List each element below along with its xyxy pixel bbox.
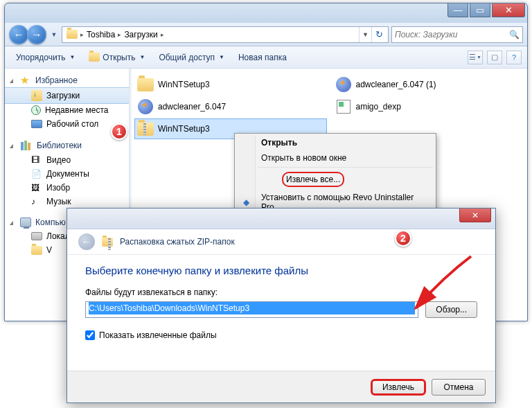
- nav-history-dropdown[interactable]: ▼: [49, 27, 59, 42]
- file-name: amigo_dexp: [356, 102, 401, 112]
- share-button[interactable]: Общий доступ▼: [153, 51, 230, 64]
- app-icon: [336, 77, 351, 92]
- dialog-path-label: Файлы будут извлекаться в папку:: [85, 287, 477, 297]
- desktop-icon: [31, 120, 42, 128]
- file-name: WinNTSetup3: [158, 124, 210, 134]
- app-icon: [138, 99, 153, 114]
- sidebar-libraries[interactable]: Библиотеки: [5, 138, 129, 153]
- callout-badge-2: 2: [395, 230, 411, 247]
- sidebar-item-documents[interactable]: 📄Документы: [5, 167, 129, 181]
- address-dropdown[interactable]: ▼: [359, 27, 371, 42]
- ctx-open-new-window[interactable]: Открыть в новом окне: [236, 150, 434, 166]
- libraries-icon: [20, 140, 33, 151]
- file-item[interactable]: adwcleaner_6.047 (1): [332, 74, 525, 95]
- file-item[interactable]: adwcleaner_6.047: [134, 96, 327, 117]
- computer-icon: [20, 218, 31, 227]
- nav-buttons: ← →: [9, 25, 46, 44]
- app-icon: [337, 100, 351, 114]
- dialog-footer: Извлечь Отмена: [67, 371, 495, 402]
- search-box[interactable]: 🔍: [391, 26, 523, 43]
- callout-badge-1: 1: [111, 123, 127, 140]
- search-icon: 🔍: [509, 30, 520, 39]
- dialog-heading: Выберите конечную папку и извлеките файл…: [85, 265, 477, 276]
- view-options-button[interactable]: ☰▼: [468, 51, 483, 64]
- video-icon: 🎞: [31, 155, 42, 165]
- file-name: WinNTSetup3: [158, 80, 210, 89]
- checkbox-input[interactable]: [85, 330, 95, 340]
- dialog-close-button[interactable]: ✕: [459, 209, 491, 222]
- sidebar-item-downloads[interactable]: Загрузки: [5, 87, 129, 104]
- cancel-button[interactable]: Отмена: [432, 379, 486, 396]
- folder-icon: [89, 53, 100, 62]
- refresh-button[interactable]: ↻: [371, 27, 387, 42]
- sidebar-item-desktop[interactable]: Рабочий стол: [5, 117, 129, 131]
- dialog-titlebar: ✕: [67, 209, 495, 229]
- address-bar[interactable]: ▸ Toshiba ▸ Загрузки ▸ ▼ ↻: [62, 26, 389, 43]
- svg-rect-1: [24, 141, 27, 150]
- picture-icon: 🖼: [31, 183, 42, 193]
- context-menu: Открыть Открыть в новом окне Извлечь все…: [234, 133, 436, 217]
- folder-icon: [137, 78, 154, 91]
- file-item[interactable]: amigo_dexp: [332, 96, 525, 117]
- file-name: adwcleaner_6.047 (1): [356, 80, 436, 89]
- minimize-button[interactable]: ―: [447, 3, 468, 17]
- breadcrumb-seg[interactable]: Загрузки: [121, 30, 160, 39]
- help-button[interactable]: ?: [506, 51, 522, 64]
- dialog-title: Распаковка сжатых ZIP-папок: [120, 237, 235, 247]
- svg-rect-2: [28, 143, 30, 150]
- maximize-button[interactable]: ▭: [470, 3, 490, 17]
- new-folder-button[interactable]: Новая папка: [233, 51, 292, 64]
- extract-path-input[interactable]: C:\Users\Toshiba\Downloads\WinNTSetup3: [85, 301, 418, 318]
- browse-button[interactable]: Обзор...: [425, 301, 477, 318]
- back-button[interactable]: ←: [9, 25, 28, 44]
- organize-button[interactable]: Упорядочить▼: [10, 51, 80, 64]
- breadcrumb-separator-icon: ▸: [161, 31, 164, 38]
- search-input[interactable]: [395, 30, 506, 39]
- star-icon: ★: [20, 75, 31, 86]
- folder-icon: [66, 30, 78, 39]
- titlebar: ― ▭ ✕: [5, 3, 527, 23]
- toolbar: Упорядочить▼ Открыть▼ Общий доступ▼ Нова…: [5, 46, 527, 69]
- forward-button[interactable]: →: [27, 25, 46, 44]
- checkbox-label: Показать извлеченные файлы: [99, 330, 217, 340]
- clock-icon: [31, 105, 41, 115]
- file-name: adwcleaner_6.047: [158, 102, 226, 112]
- ctx-extract-all[interactable]: Извлечь все...: [236, 169, 434, 190]
- breadcrumb-seg[interactable]: Toshiba: [84, 30, 118, 39]
- drive-icon: [31, 232, 42, 240]
- zip-folder-icon: [102, 238, 113, 247]
- zip-folder-icon: [137, 123, 154, 136]
- extract-dialog: ✕ ← Распаковка сжатых ZIP-папок Выберите…: [66, 208, 496, 403]
- sidebar-item-pictures[interactable]: 🖼Изобр: [5, 181, 129, 195]
- dialog-back-button[interactable]: ←: [78, 233, 95, 250]
- music-icon: ♪: [31, 197, 42, 206]
- dialog-header: ← Распаковка сжатых ZIP-папок: [67, 229, 495, 255]
- sidebar-item-music[interactable]: ♪Музык: [5, 195, 129, 209]
- open-button[interactable]: Открыть▼: [83, 51, 150, 64]
- revo-icon: ◆: [240, 197, 251, 208]
- svg-rect-0: [21, 142, 24, 150]
- ctx-separator: [258, 167, 433, 168]
- document-icon: 📄: [31, 169, 42, 179]
- navbar: ← → ▼ ▸ Toshiba ▸ Загрузки ▸ ▼ ↻ 🔍: [5, 23, 527, 46]
- ctx-open[interactable]: Открыть: [236, 135, 434, 150]
- folder-icon: [31, 246, 42, 255]
- sidebar-item-video[interactable]: 🎞Видео: [5, 153, 129, 167]
- extract-button[interactable]: Извлечь: [371, 379, 426, 396]
- close-button[interactable]: ✕: [492, 3, 525, 17]
- download-icon: [31, 90, 42, 101]
- sidebar-item-recent[interactable]: Недавние места: [5, 103, 129, 117]
- sidebar-favorites[interactable]: ★Избранное: [5, 73, 129, 88]
- preview-pane-button[interactable]: ▢: [487, 51, 502, 64]
- show-extracted-checkbox[interactable]: Показать извлеченные файлы: [85, 330, 477, 340]
- file-item[interactable]: WinNTSetup3: [134, 74, 327, 95]
